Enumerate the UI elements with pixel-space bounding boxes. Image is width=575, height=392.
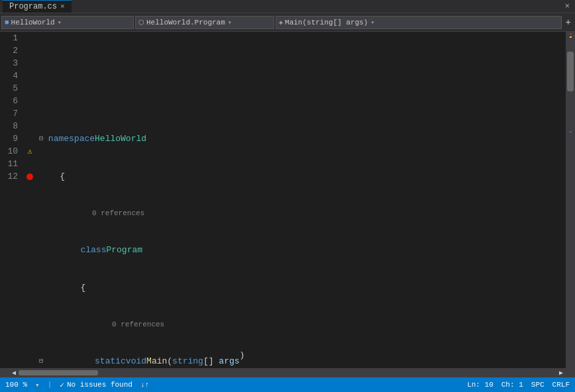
- char-number: Ch: 1: [501, 381, 523, 389]
- scrollbar-thumb[interactable]: [567, 52, 574, 91]
- scroll-right-btn[interactable]: ▶: [556, 368, 566, 377]
- line-ending[interactable]: CRLF: [552, 381, 570, 389]
- gutter-line-12: [23, 170, 36, 183]
- h-scrollbar-thumb[interactable]: [19, 370, 98, 375]
- gutter-line-8: [23, 120, 36, 132]
- member-label: Main(string[] args): [285, 19, 368, 26]
- program-cs-tab[interactable]: Program.cs ×: [3, 0, 72, 13]
- scroll-left-btn[interactable]: ◀: [9, 368, 19, 377]
- status-bar: 100 % ▾ | ✓ No issues found ↓↑ Ln: 10 Ch…: [0, 377, 575, 392]
- gutter: ⚠: [23, 32, 36, 368]
- code-line-8: 0 references: [36, 319, 566, 330]
- project-arrow-icon: ▾: [58, 19, 62, 26]
- code-line-3: ⊟ namespace HelloWorld: [36, 132, 566, 145]
- collapse-namespace[interactable]: ⊟: [39, 132, 43, 145]
- horizontal-scrollbar[interactable]: ◀ ▶: [0, 368, 575, 377]
- code-lines: ⊟ namespace HelloWorld { 0 references cl…: [36, 32, 566, 368]
- collapse-main[interactable]: ⊟: [39, 355, 43, 368]
- breakpoint-dot[interactable]: [26, 173, 33, 180]
- issues-status: ✓ No issues found: [60, 381, 132, 389]
- warning-icon: ⚠: [27, 146, 32, 156]
- namespace-arrow-icon: ▾: [228, 19, 232, 26]
- gutter-line-11: [23, 158, 36, 170]
- gutter-line-10: ⚠: [23, 145, 36, 158]
- member-dropdown[interactable]: ◈ Main(string[] args) ▾: [276, 16, 562, 29]
- code-line-7: {: [36, 281, 566, 294]
- add-file-icon[interactable]: +: [563, 17, 574, 28]
- check-icon: ✓: [60, 381, 64, 389]
- nav-bar: ■ HelloWorld ▾ ⬡ HelloWorld.Program ▾ ◈ …: [0, 13, 575, 32]
- code-line-4: {: [36, 170, 566, 183]
- gutter-line-4: [23, 70, 36, 82]
- namespace-dropdown[interactable]: ⬡ HelloWorld.Program ▾: [135, 16, 274, 29]
- code-line-1: [36, 57, 566, 70]
- vertical-scrollbar[interactable]: [566, 32, 575, 368]
- status-right: Ln: 10 Ch: 1 SPC CRLF: [467, 381, 570, 389]
- window-close-icon[interactable]: ×: [562, 2, 572, 11]
- namespace-label: HelloWorld.Program: [146, 19, 225, 26]
- nav-arrows-icon[interactable]: ↓↑: [140, 381, 149, 389]
- zoom-level[interactable]: 100 %: [5, 381, 27, 389]
- code-line-6: class Program: [36, 244, 566, 256]
- member-arrow-icon: ▾: [370, 19, 374, 26]
- line-numbers: 12345 678910 1112: [0, 32, 23, 368]
- code-line-2: [36, 95, 566, 107]
- gutter-line-6: [23, 95, 36, 107]
- code-line-9: ⊟ static void Main(string[] args): [36, 355, 566, 368]
- code-area: ⊟ namespace HelloWorld { 0 references cl…: [36, 32, 566, 368]
- gutter-line-9: [23, 132, 36, 145]
- issues-text: No issues found: [67, 381, 132, 389]
- gutter-line-3: [23, 57, 36, 70]
- project-dropdown[interactable]: ■ HelloWorld ▾: [1, 16, 134, 29]
- tab-label: Program.cs: [9, 2, 57, 11]
- gutter-line-7: [23, 107, 36, 120]
- spaces-indicator[interactable]: SPC: [531, 381, 545, 389]
- tab-close-icon[interactable]: ×: [60, 3, 65, 11]
- gutter-line-1: [23, 32, 36, 44]
- code-line-5: 0 references: [36, 208, 566, 219]
- line-number: Ln: 10: [467, 381, 494, 389]
- project-label: HelloWorld: [11, 19, 55, 26]
- gutter-line-5: [23, 82, 36, 95]
- gutter-line-2: [23, 44, 36, 57]
